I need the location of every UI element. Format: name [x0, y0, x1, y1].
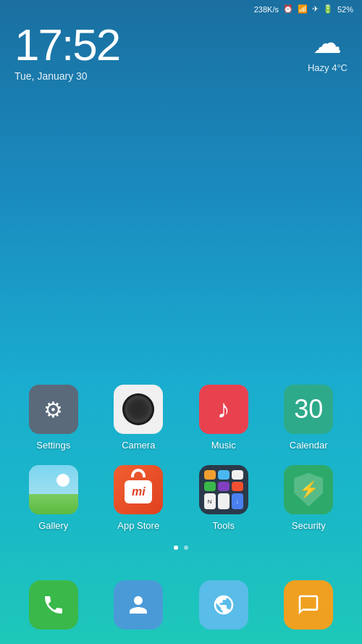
battery-icon: 🔋 [323, 4, 333, 14]
weather-description: Hazy 4°C [308, 62, 348, 73]
app-gallery[interactable]: Gallery [21, 465, 86, 531]
security-icon: ⚡ [284, 465, 333, 514]
wifi-icon: 📶 [298, 4, 308, 14]
tools-label: Tools [213, 520, 235, 531]
shield-icon: ⚡ [294, 473, 323, 506]
calendar-label: Calendar [290, 440, 328, 451]
calendar-date: 30 [294, 396, 323, 422]
app-calendar[interactable]: 30 Calendar [276, 385, 341, 451]
mi-bag-icon: mi [125, 476, 152, 503]
tools-cell-2 [218, 470, 230, 480]
app-music[interactable]: ♪ Music [191, 385, 256, 451]
settings-label: Settings [36, 440, 70, 451]
tools-cell-3 [232, 470, 243, 480]
bag-handle [131, 469, 146, 477]
current-time: 17:52 [14, 22, 119, 67]
camera-lens [122, 393, 154, 425]
weather-icon: ☁ [313, 26, 342, 59]
tools-cell-8 [218, 493, 230, 509]
appstore-label: App Store [117, 520, 159, 531]
app-appstore[interactable]: mi App Store [106, 465, 171, 531]
tools-cell-1 [204, 470, 216, 480]
battery-percent: 52% [337, 5, 353, 14]
dock [0, 573, 362, 644]
music-note-icon: ♪ [217, 394, 230, 425]
gallery-ground [29, 494, 78, 514]
gallery-sky [29, 465, 78, 498]
bag-body: mi [125, 480, 152, 503]
music-label: Music [211, 440, 236, 451]
status-bar: 238K/s ⏰ 📶 ✈ 🔋 52% [0, 0, 362, 15]
app-settings[interactable]: ⚙ Settings [21, 385, 86, 451]
appstore-icon: mi [114, 465, 163, 514]
tools-cell-9: ↓ [232, 493, 243, 509]
app-security[interactable]: ⚡ Security [276, 465, 341, 531]
alarm-icon: ⏰ [283, 4, 293, 14]
app-row-1: ⚙ Settings Camera ♪ Music 30 Calendar [11, 385, 351, 451]
time-weather-section: 17:52 Tue, January 30 ☁ Hazy 4°C [0, 15, 362, 82]
signal-icon: ✈ [312, 4, 319, 14]
gear-icon: ⚙ [43, 397, 63, 422]
music-icon: ♪ [199, 385, 248, 434]
page-dot-1 [174, 545, 178, 550]
camera-icon [114, 385, 163, 434]
current-date: Tue, January 30 [14, 70, 119, 82]
app-grid: ⚙ Settings Camera ♪ Music 30 Calendar [0, 385, 362, 550]
calendar-icon: 30 [284, 385, 333, 434]
globe-icon [212, 593, 235, 616]
weather-block: ☁ Hazy 4°C [308, 22, 348, 73]
settings-icon: ⚙ [29, 385, 78, 434]
dock-contacts[interactable] [114, 580, 163, 630]
network-speed: 238K/s [254, 5, 279, 14]
app-row-2: Gallery mi App Store [11, 465, 351, 531]
tools-cell-6 [232, 482, 243, 491]
gallery-label: Gallery [38, 520, 68, 531]
gallery-icon [29, 465, 78, 514]
tools-cell-7: N [204, 493, 216, 509]
phone-icon [42, 593, 65, 616]
camera-label: Camera [122, 440, 155, 451]
page-indicator [11, 545, 351, 550]
page-dot-2 [184, 545, 188, 550]
person-icon [127, 594, 149, 616]
tools-grid: N ↓ [201, 467, 246, 512]
app-camera[interactable]: Camera [106, 385, 171, 451]
app-tools[interactable]: N ↓ Tools [191, 465, 256, 531]
tools-cell-4 [204, 482, 216, 491]
time-block: 17:52 Tue, January 30 [14, 22, 119, 82]
tools-icon: N ↓ [199, 465, 248, 514]
security-label: Security [292, 520, 326, 531]
gallery-sun [56, 474, 70, 487]
message-icon [297, 593, 320, 616]
dock-phone[interactable] [29, 580, 78, 630]
dock-browser[interactable] [199, 580, 248, 630]
lightning-icon: ⚡ [299, 480, 319, 499]
tools-cell-5 [218, 482, 230, 491]
dock-messaging[interactable] [284, 580, 333, 630]
mi-text: mi [132, 485, 146, 498]
